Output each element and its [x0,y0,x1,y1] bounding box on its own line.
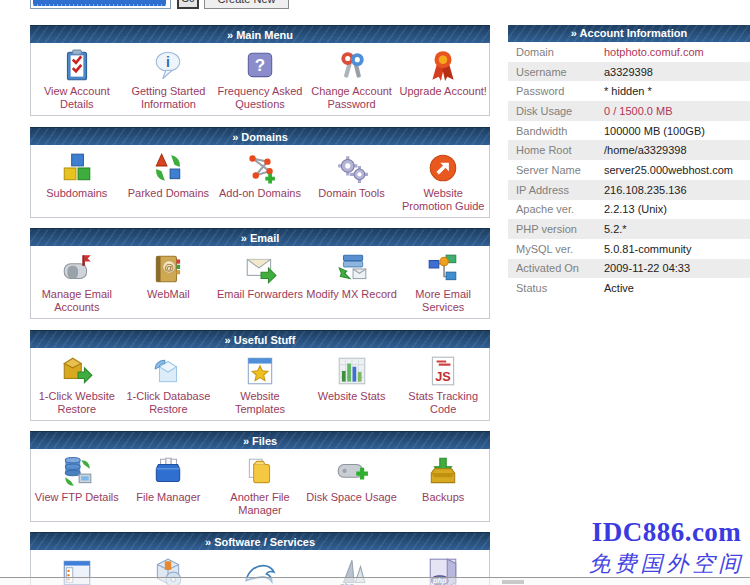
watermark-chinese-text: 免费国外空间 [583,549,750,579]
item-label: Subdomains [46,187,107,200]
section-body-main-menu: View Account Details i Getting Started I… [30,43,490,116]
item-view-account-details[interactable]: View Account Details [31,43,123,115]
create-new-button[interactable]: Create New [204,0,289,9]
row-value: * hidden * [604,85,652,97]
account-row-ip-address: IP Address 216.108.235.136 [508,180,750,200]
section-header-main-menu: » Main Menu [30,25,490,43]
domain-input[interactable] [30,0,171,9]
item-label: Domain Tools [318,187,384,200]
recycle-arrows-icon [151,149,185,187]
item-addon-domains[interactable]: Add-on Domains [214,145,306,217]
row-value: 100000 MB (100GB) [604,125,705,137]
row-value: server25.000webhost.com [604,164,733,176]
folder-icon [243,453,277,491]
row-label: Password [508,85,604,97]
item-view-ftp-details[interactable]: View FTP Details [31,449,123,521]
item-modify-mx-record[interactable]: Modify MX Record [306,246,398,318]
account-row-apache-version: Apache ver. 2.2.13 (Unix) [508,200,750,220]
row-value: /home/a3329398 [604,144,687,156]
section-header-software-services: » Software / Services [30,532,490,550]
item-website-templates[interactable]: Website Templates [214,348,306,420]
section-body-domains: Subdomains Parked Domains Add-on Domains… [30,145,490,218]
item-label: View FTP Details [35,491,119,504]
row-value: 2.2.13 (Unix) [604,203,667,215]
item-label: Add-on Domains [219,187,301,200]
item-more-email-services[interactable]: More Email Services [397,246,489,318]
section-body-files: View FTP Details File Manager Another Fi… [30,449,490,522]
row-value-domain-link[interactable]: hotphoto.comuf.com [604,46,704,58]
keys-icon [335,47,369,85]
server-envelope-icon [335,250,369,288]
row-label: Disk Usage [508,105,604,117]
section-files: » Files View FTP Details File Manager An… [30,431,490,522]
network-plus-icon [243,149,277,187]
item-backups[interactable]: Backups [397,449,489,521]
section-useful-stuff: » Useful Stuff 1-Click Website Restore 1… [30,330,490,421]
item-label: Parked Domains [128,187,209,200]
item-another-file-manager[interactable]: Another File Manager [214,449,306,521]
account-row-php-version: PHP version 5.2.* [508,219,750,239]
item-label: 1-Click Website Restore [31,390,123,416]
window-star-icon [243,352,277,390]
address-book-icon: @ [151,250,185,288]
row-value: Active [604,282,634,294]
item-disk-space-usage[interactable]: Disk Space Usage [306,449,398,521]
row-label: Home Root [508,144,604,156]
row-value: 216.108.235.136 [604,184,687,196]
envelope-forward-icon [243,250,277,288]
horizontal-scrollbar-thumb[interactable] [502,580,524,584]
item-faq[interactable]: ? Frequency Asked Questions [214,43,306,115]
item-1-click-database-restore[interactable]: 1-Click Database Restore [123,348,215,420]
section-header-files: » Files [30,431,490,449]
section-header-domains: » Domains [30,127,490,145]
file-box-icon [151,453,185,491]
item-label: Change Account Password [306,85,398,111]
row-value: 2009-11-22 04:33 [604,262,690,274]
item-label: File Manager [136,491,200,504]
row-label: IP Address [508,184,604,196]
svg-text:JS: JS [435,369,451,384]
svg-text:@: @ [165,262,175,273]
item-label: Another File Manager [214,491,306,517]
row-label: Server Name [508,164,604,176]
item-subdomains[interactable]: Subdomains [31,145,123,217]
row-label: PHP version [508,223,604,235]
item-label: View Account Details [31,85,123,111]
item-website-stats[interactable]: Website Stats [306,348,398,420]
item-file-manager[interactable]: File Manager [123,449,215,521]
item-upgrade-account[interactable]: Upgrade Account! [397,43,489,115]
item-stats-tracking-code[interactable]: JS Stats Tracking Code [397,348,489,420]
js-code-icon: JS [426,352,460,390]
account-row-password: Password * hidden * [508,81,750,101]
gold-box-arrow-icon [60,352,94,390]
item-label: Backups [422,491,464,504]
item-parked-domains[interactable]: Parked Domains [123,145,215,217]
account-row-status: Status Active [508,278,750,298]
account-information-panel: » Account Information Domain hotphoto.co… [508,25,750,298]
item-email-forwarders[interactable]: Email Forwarders [214,246,306,318]
go-button[interactable]: Go [177,0,199,9]
row-label: Status [508,282,604,294]
promotion-arrow-icon [426,149,460,187]
ftp-transfer-icon [60,453,94,491]
row-value: 0 / 1500.0 MB [604,105,673,117]
item-manage-email-accounts[interactable]: Manage Email Accounts [31,246,123,318]
item-domain-tools[interactable]: Domain Tools [306,145,398,217]
section-body-useful-stuff: 1-Click Website Restore 1-Click Database… [30,348,490,421]
item-website-promotion-guide[interactable]: Website Promotion Guide [397,145,489,217]
item-getting-started[interactable]: i Getting Started Information [123,43,215,115]
item-1-click-website-restore[interactable]: 1-Click Website Restore [31,348,123,420]
row-label: Username [508,66,604,78]
account-row-bandwidth: Bandwidth 100000 MB (100GB) [508,121,750,141]
item-webmail[interactable]: @ WebMail [123,246,215,318]
account-row-mysql-version: MySQL ver. 5.0.81-community [508,239,750,259]
info-bubble-icon: i [151,47,185,85]
svg-text:i: i [166,54,170,70]
section-header-email: » Email [30,228,490,246]
row-label: Bandwidth [508,125,604,137]
bottom-divider-line [0,577,750,585]
row-label: Activated On [508,262,604,274]
section-header-useful-stuff: » Useful Stuff [30,330,490,348]
item-change-password[interactable]: Change Account Password [306,43,398,115]
mailbox-icon [60,250,94,288]
